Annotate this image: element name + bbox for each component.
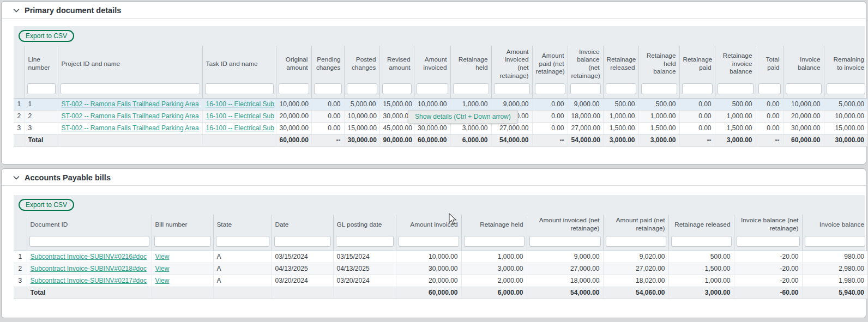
column-filter-input[interactable] bbox=[786, 83, 822, 94]
column-filter-input[interactable] bbox=[216, 236, 269, 247]
column-filter-input[interactable] bbox=[417, 83, 448, 94]
column-header[interactable]: Original amount bbox=[276, 46, 311, 82]
project-link[interactable]: ST-002 -- Ramona Falls Trailhead Parking… bbox=[62, 100, 199, 108]
column-header[interactable]: Retainage released bbox=[603, 46, 638, 82]
cell: 30,000.00 bbox=[783, 122, 824, 134]
column-filter-input[interactable] bbox=[718, 83, 754, 94]
column-header[interactable]: Line number bbox=[25, 46, 58, 82]
column-header[interactable]: Amount paid (net retainage) bbox=[603, 215, 668, 234]
column-filter-input[interactable] bbox=[641, 83, 677, 94]
column-filter-input[interactable] bbox=[570, 83, 601, 94]
cell: 03/20/2024 bbox=[272, 275, 333, 287]
column-header[interactable]: Retainage paid bbox=[679, 46, 715, 82]
filter-cell bbox=[396, 234, 461, 251]
task-link[interactable]: 16-100 -- Electrical Sub bbox=[206, 112, 274, 120]
column-header[interactable]: Bill number bbox=[152, 215, 213, 234]
cell: 0.00 bbox=[532, 98, 568, 110]
project-link[interactable]: ST-002 -- Ramona Falls Trailhead Parking… bbox=[62, 112, 199, 120]
column-filter-input[interactable] bbox=[453, 83, 489, 94]
cell: 0.00 bbox=[532, 122, 568, 134]
column-filter-input[interactable] bbox=[827, 83, 866, 94]
section-title: Accounts Payable bills bbox=[25, 173, 111, 182]
column-filter-input[interactable] bbox=[606, 236, 666, 247]
column-header[interactable]: GL posting date bbox=[333, 215, 396, 234]
cell: 04/13/2025 bbox=[333, 263, 396, 275]
column-header[interactable] bbox=[14, 46, 25, 82]
column-header[interactable]: Revised amount bbox=[379, 46, 414, 82]
column-filter-input[interactable] bbox=[29, 236, 149, 247]
column-header[interactable]: Retainage held bbox=[450, 46, 491, 82]
column-filter-input[interactable] bbox=[671, 236, 732, 247]
column-filter-input[interactable] bbox=[279, 83, 309, 94]
column-header[interactable]: Task ID and name bbox=[202, 46, 276, 82]
column-filter-input[interactable] bbox=[205, 83, 274, 94]
column-header[interactable]: Amount invoiced bbox=[396, 215, 461, 234]
cell: 0.00 bbox=[532, 110, 568, 122]
column-filter-input[interactable] bbox=[61, 83, 200, 94]
cell: 1 bbox=[25, 98, 58, 110]
column-header[interactable]: Posted changes bbox=[344, 46, 379, 82]
cell: 5,000.00 bbox=[824, 98, 867, 110]
cell: 0.00 bbox=[756, 122, 783, 134]
column-header[interactable]: Retainage invoice balance bbox=[715, 46, 756, 82]
document-link[interactable]: Subcontract Invoice-SUBINV#0216#doc bbox=[31, 253, 147, 260]
column-header[interactable]: Total paid bbox=[756, 46, 783, 82]
column-header[interactable]: Amount invoiced (net retainage) bbox=[527, 215, 603, 234]
column-header[interactable]: Invoice balance bbox=[802, 215, 867, 234]
column-header[interactable]: Retainage held bbox=[461, 215, 527, 234]
column-header[interactable]: Pending changes bbox=[311, 46, 344, 82]
column-filter-input[interactable] bbox=[606, 83, 636, 94]
show-details-tooltip: Show details (Ctrl + Down arrow) bbox=[408, 110, 518, 124]
column-header[interactable] bbox=[14, 215, 27, 234]
column-header[interactable]: Amount invoiced (net retainage) bbox=[491, 46, 532, 82]
project-link[interactable]: ST-002 -- Ramona Falls Trailhead Parking… bbox=[62, 124, 199, 132]
column-filter-input[interactable] bbox=[682, 83, 713, 94]
column-header[interactable]: Retainage held balance bbox=[638, 46, 679, 82]
column-header[interactable]: Project ID and name bbox=[58, 46, 202, 82]
cell: 1,000.00 bbox=[638, 110, 679, 122]
column-filter-input[interactable] bbox=[535, 83, 565, 94]
column-header[interactable]: Invoice balance bbox=[783, 46, 824, 82]
view-link[interactable]: View bbox=[155, 253, 170, 260]
column-filter-input[interactable] bbox=[737, 236, 800, 247]
table-row: 33ST-002 -- Ramona Falls Trailhead Parki… bbox=[14, 122, 867, 134]
column-filter-input[interactable] bbox=[314, 83, 342, 94]
column-filter-input[interactable] bbox=[758, 83, 781, 94]
column-header[interactable]: Retainage released bbox=[668, 215, 734, 234]
column-header[interactable]: Amount paid (net retainage) bbox=[532, 46, 568, 82]
export-to-csv-button[interactable]: Export to CSV bbox=[19, 199, 74, 211]
filter-cell bbox=[333, 234, 396, 251]
column-filter-input[interactable] bbox=[347, 83, 377, 94]
cell: ST-002 -- Ramona Falls Trailhead Parking… bbox=[58, 98, 202, 110]
document-link[interactable]: Subcontract Invoice-SUBINV#0218#doc bbox=[31, 265, 147, 272]
column-filter-input[interactable] bbox=[274, 236, 331, 247]
column-header[interactable]: Invoice balance (net retainage) bbox=[568, 46, 603, 82]
column-filter-input[interactable] bbox=[529, 236, 601, 247]
column-header[interactable]: Date bbox=[272, 215, 333, 234]
section-toggle-primary[interactable]: Primary document details bbox=[2, 2, 866, 19]
task-link[interactable]: 16-100 -- Electrical Sub bbox=[206, 124, 274, 132]
column-filter-input[interactable] bbox=[805, 236, 866, 247]
column-header[interactable]: Document ID bbox=[27, 215, 152, 234]
column-filter-input[interactable] bbox=[494, 83, 530, 94]
filter-cell bbox=[668, 234, 734, 251]
cell: 0.00 bbox=[679, 110, 715, 122]
column-filter-input[interactable] bbox=[27, 83, 56, 94]
view-link[interactable]: View bbox=[155, 277, 170, 284]
cell: 18,000.00 bbox=[527, 275, 603, 287]
column-header[interactable]: State bbox=[213, 215, 272, 234]
column-filter-input[interactable] bbox=[464, 236, 525, 247]
column-filter-input[interactable] bbox=[336, 236, 394, 247]
column-filter-input[interactable] bbox=[382, 83, 412, 94]
task-link[interactable]: 16-100 -- Electrical Sub bbox=[206, 100, 274, 108]
column-header[interactable]: Amount invoiced bbox=[414, 46, 450, 82]
section-toggle-ap[interactable]: Accounts Payable bills bbox=[2, 169, 866, 186]
document-link[interactable]: Subcontract Invoice-SUBINV#0217#doc bbox=[31, 277, 147, 284]
column-header[interactable]: Invoice balance (net retainage) bbox=[734, 215, 802, 234]
cell: 0.00 bbox=[679, 98, 715, 110]
view-link[interactable]: View bbox=[155, 265, 170, 272]
column-filter-input[interactable] bbox=[399, 236, 459, 247]
export-to-csv-button[interactable]: Export to CSV bbox=[19, 30, 74, 42]
column-header[interactable]: Remaining to invoice bbox=[824, 46, 867, 82]
column-filter-input[interactable] bbox=[154, 236, 211, 247]
